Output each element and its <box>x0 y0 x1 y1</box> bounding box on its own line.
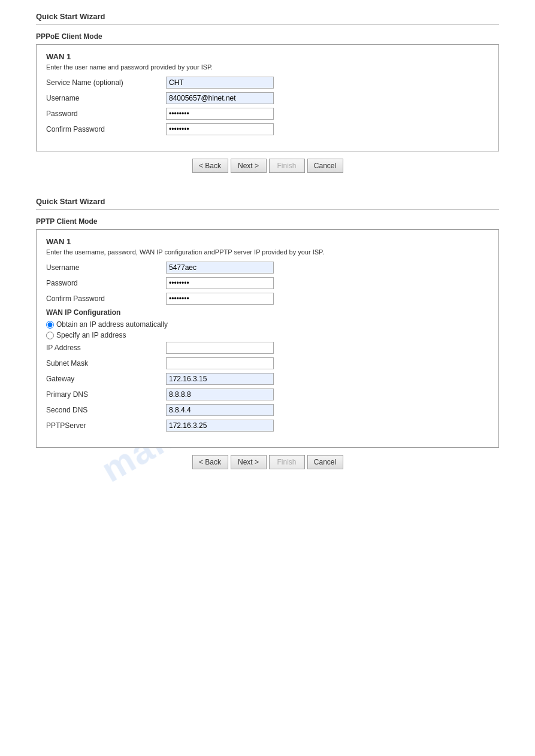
pppoe-confirm-password-input[interactable] <box>166 123 274 135</box>
pptp-gateway-label: Gateway <box>46 375 166 383</box>
section1-title: Quick Start Wizard <box>36 12 499 21</box>
pptp-specify-ip-row: Specify an IP address <box>46 331 489 339</box>
pppoe-cancel-button[interactable]: Cancel <box>307 159 343 173</box>
pptp-mode-label: PPTP Client Mode <box>36 217 499 226</box>
pptp-obtain-ip-radio[interactable] <box>46 321 54 329</box>
pptp-specify-ip-radio[interactable] <box>46 332 54 339</box>
section2-title: Quick Start Wizard <box>36 197 499 206</box>
pppoe-confirm-password-label: Confirm Password <box>46 125 166 133</box>
pppoe-username-input[interactable] <box>166 92 274 104</box>
pptp-confirm-password-label: Confirm Password <box>46 294 166 303</box>
pptp-ip-address-row: IP Address <box>46 342 489 354</box>
pptp-next-button[interactable]: Next > <box>231 455 267 469</box>
pppoe-password-row: Password <box>46 108 489 120</box>
pptp-primary-dns-row: Primary DNS <box>46 388 489 400</box>
pppoe-password-input[interactable] <box>166 108 274 120</box>
pptp-gateway-input[interactable] <box>166 373 274 385</box>
pptp-wizard-box: WAN 1 Enter the username, password, WAN … <box>36 229 499 448</box>
pptp-primary-dns-label: Primary DNS <box>46 390 166 399</box>
pptp-gateway-row: Gateway <box>46 373 489 385</box>
pptp-ip-address-label: IP Address <box>46 344 166 352</box>
pppoe-username-row: Username <box>46 92 489 104</box>
pptp-username-row: Username <box>46 262 489 274</box>
pppoe-confirm-password-row: Confirm Password <box>46 123 489 135</box>
pppoe-password-label: Password <box>46 110 166 118</box>
pptp-password-input[interactable] <box>166 277 274 289</box>
pppoe-section: Quick Start Wizard PPPoE Client Mode WAN… <box>36 12 499 173</box>
pptp-confirm-password-input[interactable] <box>166 293 274 305</box>
pptp-button-row: < Back Next > Finish Cancel <box>36 455 499 469</box>
pptp-subnet-mask-row: Subnet Mask <box>46 357 489 369</box>
pptp-obtain-ip-row: Obtain an IP address automatically <box>46 320 489 329</box>
pppoe-wizard-box: WAN 1 Enter the user name and password p… <box>36 44 499 151</box>
pptp-back-button[interactable]: < Back <box>192 455 228 469</box>
pptp-obtain-ip-label: Obtain an IP address automatically <box>56 320 168 329</box>
pptp-subnet-mask-label: Subnet Mask <box>46 359 166 368</box>
pptp-specify-ip-label: Specify an IP address <box>56 331 126 339</box>
pptp-ip-address-input[interactable] <box>166 342 274 354</box>
pppoe-mode-label: PPPoE Client Mode <box>36 32 499 41</box>
pptp-section: Quick Start Wizard PPTP Client Mode WAN … <box>36 197 499 469</box>
pppoe-service-name-input[interactable] <box>166 77 274 89</box>
pptp-second-dns-row: Second DNS <box>46 404 489 416</box>
pppoe-next-button[interactable]: Next > <box>231 159 267 173</box>
pptp-primary-dns-input[interactable] <box>166 388 274 400</box>
pptp-username-label: Username <box>46 263 166 272</box>
pppoe-service-name-label: Service Name (optional) <box>46 78 166 87</box>
pppoe-button-row: < Back Next > Finish Cancel <box>36 159 499 173</box>
pppoe-back-button[interactable]: < Back <box>192 159 228 173</box>
pptp-wan-ip-config-label: WAN IP Configuration <box>46 308 489 317</box>
pppoe-wan-subtitle: Enter the user name and password provide… <box>46 63 489 71</box>
pppoe-username-label: Username <box>46 94 166 102</box>
pppoe-wan-title: WAN 1 <box>46 52 489 61</box>
pptp-subnet-mask-input[interactable] <box>166 357 274 369</box>
pptp-wan-title: WAN 1 <box>46 237 489 246</box>
pppoe-finish-button[interactable]: Finish <box>269 159 305 173</box>
pptp-second-dns-label: Second DNS <box>46 406 166 414</box>
pptp-second-dns-input[interactable] <box>166 404 274 416</box>
pptp-wan-subtitle: Enter the username, password, WAN IP con… <box>46 248 489 256</box>
pptp-server-row: PPTPServer <box>46 420 489 432</box>
pptp-finish-button[interactable]: Finish <box>269 455 305 469</box>
pptp-password-row: Password <box>46 277 489 289</box>
pptp-confirm-password-row: Confirm Password <box>46 293 489 305</box>
pptp-username-input[interactable] <box>166 262 274 274</box>
pptp-cancel-button[interactable]: Cancel <box>307 455 343 469</box>
pptp-server-label: PPTPServer <box>46 421 166 430</box>
pptp-server-input[interactable] <box>166 420 274 432</box>
pptp-password-label: Password <box>46 279 166 287</box>
pppoe-service-name-row: Service Name (optional) <box>46 77 489 89</box>
